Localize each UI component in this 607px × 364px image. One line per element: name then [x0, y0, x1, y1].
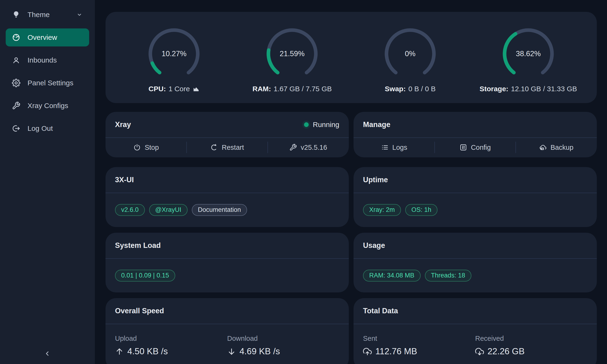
- backup-button[interactable]: Backup: [516, 138, 597, 157]
- ram-usage-tag: RAM: 34.08 MB: [363, 270, 421, 282]
- xray-card: Xray Running Stop Restart: [106, 112, 349, 157]
- chevron-left-icon: [43, 349, 52, 358]
- sidebar-item-panel-settings[interactable]: Panel Settings: [6, 74, 89, 92]
- ram-percent: 21.59%: [265, 26, 319, 81]
- xray-restart-button[interactable]: Restart: [187, 138, 268, 157]
- xray-status: Running: [304, 121, 339, 129]
- gauge-icon: [12, 33, 20, 42]
- sidebar-item-overview[interactable]: Overview: [6, 28, 89, 46]
- xui-card: 3X-UI v2.6.0 @XrayUI Documentation: [106, 167, 349, 227]
- wrench-icon: [289, 143, 297, 151]
- storage-percent: 38.62%: [501, 26, 555, 81]
- download-label: Download: [227, 335, 339, 342]
- ram-gauge: 21.59% RAM: 1.67 GB / 7.75 GB: [233, 12, 351, 103]
- system-load-card-title: System Load: [115, 241, 161, 250]
- upload-value: 4.50 KB /s: [127, 347, 168, 356]
- gear-icon: [12, 79, 20, 87]
- sidebar-collapse-button[interactable]: [0, 349, 95, 358]
- xray-uptime-tag: Xray: 2m: [363, 204, 401, 216]
- sidebar-item-label: Log Out: [27, 124, 53, 132]
- sidebar-item-label: Xray Configs: [27, 102, 68, 110]
- storage-gauge: 38.62% Storage: 12.10 GB / 31.33 GB: [469, 12, 587, 103]
- manage-card: Manage Logs Config: [354, 112, 597, 157]
- arrow-up-icon: [115, 347, 124, 356]
- sidebar-item-label: Panel Settings: [27, 79, 73, 87]
- cpu-percent: 10.27%: [147, 26, 201, 81]
- received-value: 22.26 GB: [488, 347, 525, 356]
- wrench-icon: [12, 102, 20, 110]
- version-tag[interactable]: v2.6.0: [115, 204, 145, 216]
- system-stats-card: 10.27% CPU: 1 Core 21.59% RAM: 1.67 GB /…: [106, 12, 597, 103]
- sidebar-item-label: Theme: [27, 11, 50, 19]
- restart-icon: [210, 143, 218, 151]
- received-data-block: Received 22.26 GB: [475, 324, 587, 356]
- uptime-card-title: Uptime: [363, 176, 388, 184]
- xui-card-title: 3X-UI: [115, 176, 134, 184]
- sent-value: 112.76 MB: [375, 347, 417, 356]
- sidebar-item-log-out[interactable]: Log Out: [6, 119, 89, 137]
- xray-stop-button[interactable]: Stop: [106, 138, 187, 157]
- xray-version-button[interactable]: v25.5.16: [268, 138, 349, 157]
- sidebar-item-theme[interactable]: Theme: [6, 6, 89, 24]
- storage-label: Storage: 12.10 GB / 31.33 GB: [479, 85, 577, 93]
- sidebar-item-label: Inbounds: [27, 56, 57, 64]
- cloud-upload-icon: [363, 347, 372, 356]
- cpu-gauge: 10.27% CPU: 1 Core: [115, 12, 233, 103]
- threads-usage-tag: Threads: 18: [425, 270, 471, 282]
- cpu-label: CPU: 1 Core: [148, 85, 199, 93]
- ram-label: RAM: 1.67 GB / 7.75 GB: [252, 85, 332, 93]
- system-load-card: System Load 0.01 | 0.09 | 0.15: [106, 233, 349, 292]
- main-content: 10.27% CPU: 1 Core 21.59% RAM: 1.67 GB /…: [95, 0, 607, 364]
- sliders-icon: [460, 143, 467, 151]
- download-value: 4.69 KB /s: [239, 347, 280, 356]
- list-icon: [381, 143, 389, 151]
- sent-data-block: Sent 112.76 MB: [363, 324, 475, 356]
- sidebar-item-label: Overview: [27, 33, 57, 41]
- xray-card-title: Xray: [115, 120, 131, 129]
- chevron-down-icon: [76, 11, 83, 18]
- lightbulb-icon: [12, 11, 20, 19]
- logs-button[interactable]: Logs: [354, 138, 435, 157]
- sidebar: Theme Overview Inbounds Panel Settings X…: [0, 0, 95, 364]
- os-uptime-tag: OS: 1h: [405, 204, 437, 216]
- load-average-tag: 0.01 | 0.09 | 0.15: [115, 270, 175, 282]
- xrayui-tag[interactable]: @XrayUI: [149, 204, 187, 216]
- usage-card-title: Usage: [363, 241, 385, 250]
- swap-percent: 0%: [383, 26, 437, 81]
- total-data-card: Total Data Sent 112.76 MB Received: [354, 298, 597, 364]
- total-data-card-title: Total Data: [363, 307, 398, 315]
- cloud-download-icon: [475, 347, 484, 356]
- cpu-history-chart-icon[interactable]: [193, 85, 200, 92]
- power-icon: [133, 143, 141, 151]
- manage-card-title: Manage: [363, 120, 390, 129]
- logout-icon: [12, 124, 20, 133]
- swap-label: Swap: 0 B / 0 B: [385, 85, 435, 93]
- sidebar-item-inbounds[interactable]: Inbounds: [6, 51, 89, 69]
- arrow-down-icon: [227, 347, 236, 356]
- documentation-tag[interactable]: Documentation: [192, 204, 247, 216]
- config-button[interactable]: Config: [435, 138, 516, 157]
- overall-speed-card-title: Overall Speed: [115, 307, 164, 315]
- uptime-card: Uptime Xray: 2m OS: 1h: [354, 167, 597, 227]
- sidebar-item-xray-configs[interactable]: Xray Configs: [6, 97, 89, 115]
- user-icon: [12, 56, 20, 65]
- upload-label: Upload: [115, 335, 227, 342]
- running-status-label: Running: [313, 121, 339, 129]
- download-speed-block: Download 4.69 KB /s: [227, 324, 339, 356]
- usage-card: Usage RAM: 34.08 MB Threads: 18: [354, 233, 597, 292]
- swap-gauge: 0% Swap: 0 B / 0 B: [351, 12, 469, 103]
- cloud-backup-icon: [539, 143, 547, 151]
- sent-label: Sent: [363, 335, 475, 342]
- received-label: Received: [475, 335, 587, 342]
- upload-speed-block: Upload 4.50 KB /s: [115, 324, 227, 356]
- running-status-dot: [304, 122, 309, 127]
- overall-speed-card: Overall Speed Upload 4.50 KB /s Download: [106, 298, 349, 364]
